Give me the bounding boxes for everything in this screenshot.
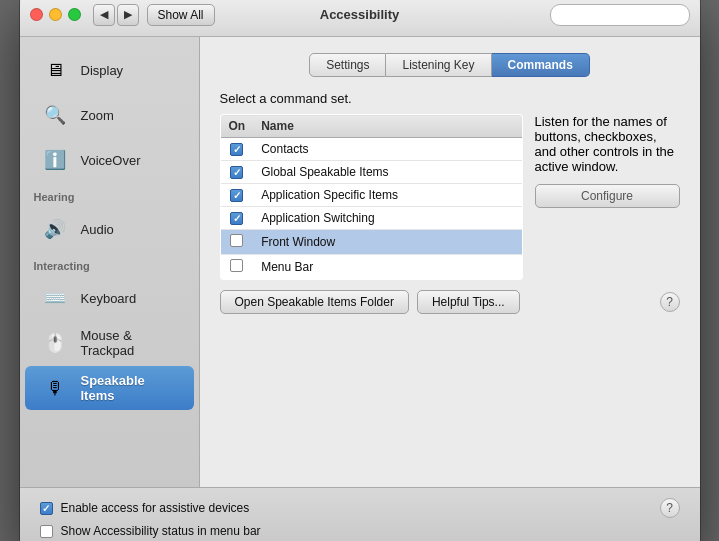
right-panel-description: Listen for the names of buttons, checkbo… bbox=[535, 114, 680, 174]
checkbox-contacts[interactable]: ✓ bbox=[230, 143, 243, 156]
display-icon: 🖥 bbox=[39, 54, 71, 86]
footer: ✓ Enable access for assistive devices ? … bbox=[20, 487, 700, 541]
sidebar-item-keyboard[interactable]: ⌨️ Keyboard bbox=[25, 276, 194, 320]
row-name: Application Specific Items bbox=[253, 184, 522, 207]
maximize-button[interactable] bbox=[68, 8, 81, 21]
checkbox-cell[interactable]: ✓ bbox=[220, 161, 253, 184]
configure-wrapper: Configure bbox=[535, 184, 680, 208]
footer-help-button[interactable]: ? bbox=[660, 498, 680, 518]
back-button[interactable]: ◀ bbox=[93, 4, 115, 26]
row-name: Application Switching bbox=[253, 207, 522, 230]
row-name: Contacts bbox=[253, 138, 522, 161]
row-name: Front Window bbox=[253, 230, 522, 255]
sidebar-item-voiceover[interactable]: ℹ️ VoiceOver bbox=[25, 138, 194, 182]
checkbox-cell[interactable]: ✓ bbox=[220, 138, 253, 161]
tab-commands[interactable]: Commands bbox=[492, 53, 590, 77]
checkbox-global-speakable[interactable]: ✓ bbox=[230, 166, 243, 179]
configure-button[interactable]: Configure bbox=[535, 184, 680, 208]
checkbox-cell[interactable] bbox=[220, 230, 253, 255]
sidebar-item-label: Mouse & Trackpad bbox=[81, 328, 180, 358]
window-title: Accessibility bbox=[320, 7, 400, 22]
main-content: 🖥 Display 🔍 Zoom ℹ️ VoiceOver Hearing 🔊 … bbox=[20, 37, 700, 487]
nav-buttons: ◀ ▶ bbox=[93, 4, 139, 26]
enable-access-checkbox[interactable]: ✓ bbox=[40, 502, 53, 515]
tab-listening-key[interactable]: Listening Key bbox=[386, 53, 491, 77]
close-button[interactable] bbox=[30, 8, 43, 21]
table-row: Menu Bar bbox=[220, 255, 522, 280]
panel-body: On Name ✓ Contacts ✓ Global Speaka bbox=[220, 114, 680, 280]
content-panel: Settings Listening Key Commands Select a… bbox=[200, 37, 700, 487]
column-header-on: On bbox=[220, 115, 253, 138]
column-header-name: Name bbox=[253, 115, 522, 138]
audio-icon: 🔊 bbox=[39, 213, 71, 245]
search-wrapper: 🔍 bbox=[550, 4, 690, 26]
open-speakable-button[interactable]: Open Speakable Items Folder bbox=[220, 290, 409, 314]
select-command-set-label: Select a command set. bbox=[220, 91, 680, 106]
forward-button[interactable]: ▶ bbox=[117, 4, 139, 26]
sidebar-item-mouse-trackpad[interactable]: 🖱️ Mouse & Trackpad bbox=[25, 321, 194, 365]
checkbox-cell[interactable]: ✓ bbox=[220, 207, 253, 230]
sidebar-item-label: Audio bbox=[81, 222, 114, 237]
mouse-trackpad-icon: 🖱️ bbox=[39, 327, 71, 359]
checkbox-app-switching[interactable]: ✓ bbox=[230, 212, 243, 225]
traffic-lights bbox=[30, 8, 81, 21]
sidebar-item-label: Display bbox=[81, 63, 124, 78]
footer-row-show-status: Show Accessibility status in menu bar bbox=[40, 524, 680, 538]
right-section: Listen for the names of buttons, checkbo… bbox=[535, 114, 680, 280]
speakable-items-icon: 🎙 bbox=[39, 372, 71, 404]
interacting-section-header: Interacting bbox=[20, 252, 199, 275]
keyboard-icon: ⌨️ bbox=[39, 282, 71, 314]
sidebar-item-label: Zoom bbox=[81, 108, 114, 123]
tab-settings[interactable]: Settings bbox=[309, 53, 386, 77]
search-input[interactable] bbox=[550, 4, 690, 26]
sidebar-item-zoom[interactable]: 🔍 Zoom bbox=[25, 93, 194, 137]
sidebar-item-display[interactable]: 🖥 Display bbox=[25, 48, 194, 92]
show-status-label: Show Accessibility status in menu bar bbox=[61, 524, 261, 538]
checkbox-cell[interactable] bbox=[220, 255, 253, 280]
show-status-checkbox[interactable] bbox=[40, 525, 53, 538]
hearing-section-header: Hearing bbox=[20, 183, 199, 206]
help-button[interactable]: ? bbox=[660, 292, 680, 312]
footer-row-enable: ✓ Enable access for assistive devices ? bbox=[40, 498, 680, 518]
zoom-icon: 🔍 bbox=[39, 99, 71, 131]
voiceover-icon: ℹ️ bbox=[39, 144, 71, 176]
table-row: ✓ Contacts bbox=[220, 138, 522, 161]
sidebar-item-speakable-items[interactable]: 🎙 Speakable Items bbox=[25, 366, 194, 410]
titlebar: ◀ ▶ Show All Accessibility 🔍 bbox=[20, 0, 700, 37]
row-name: Global Speakable Items bbox=[253, 161, 522, 184]
checkbox-app-specific[interactable]: ✓ bbox=[230, 189, 243, 202]
bottom-buttons-row: Open Speakable Items Folder Helpful Tips… bbox=[220, 290, 680, 314]
table-row-highlighted[interactable]: Front Window bbox=[220, 230, 522, 255]
helpful-tips-button[interactable]: Helpful Tips... bbox=[417, 290, 520, 314]
checkbox-cell[interactable]: ✓ bbox=[220, 184, 253, 207]
main-window: ◀ ▶ Show All Accessibility 🔍 🖥 Display 🔍… bbox=[20, 0, 700, 541]
tab-bar: Settings Listening Key Commands bbox=[220, 53, 680, 77]
table-row: ✓ Application Specific Items bbox=[220, 184, 522, 207]
show-all-button[interactable]: Show All bbox=[147, 4, 215, 26]
checkbox-menu-bar[interactable] bbox=[230, 259, 243, 272]
command-table-wrapper: On Name ✓ Contacts ✓ Global Speaka bbox=[220, 114, 523, 280]
sidebar-item-label: VoiceOver bbox=[81, 153, 141, 168]
sidebar-item-label: Speakable Items bbox=[81, 373, 180, 403]
minimize-button[interactable] bbox=[49, 8, 62, 21]
enable-access-label: Enable access for assistive devices bbox=[61, 501, 250, 515]
sidebar: 🖥 Display 🔍 Zoom ℹ️ VoiceOver Hearing 🔊 … bbox=[20, 37, 200, 487]
table-row: ✓ Application Switching bbox=[220, 207, 522, 230]
command-table: On Name ✓ Contacts ✓ Global Speaka bbox=[220, 114, 523, 280]
row-name: Menu Bar bbox=[253, 255, 522, 280]
table-row: ✓ Global Speakable Items bbox=[220, 161, 522, 184]
sidebar-item-audio[interactable]: 🔊 Audio bbox=[25, 207, 194, 251]
sidebar-item-label: Keyboard bbox=[81, 291, 137, 306]
checkbox-front-window[interactable] bbox=[230, 234, 243, 247]
